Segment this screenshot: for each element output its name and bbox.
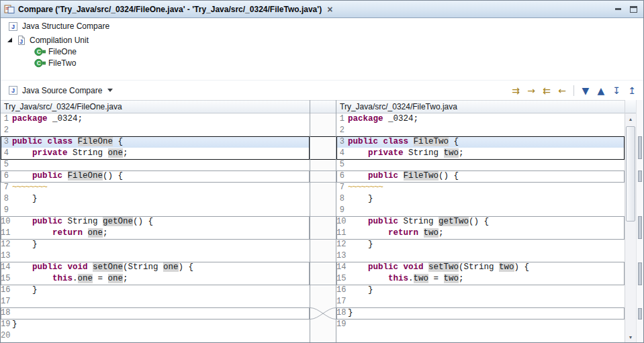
code-line[interactable]: 14 public void setOne(String one) {	[1, 262, 310, 273]
code-line[interactable]: 15 this.two = two;	[336, 273, 625, 285]
code-area-left[interactable]: 1package _0324;23public class FileOne {4…	[1, 113, 310, 342]
code-line[interactable]: 5	[336, 159, 625, 170]
tree-item-label: Compilation Unit	[30, 36, 89, 45]
code-line[interactable]: 6 public FileTwo() {	[336, 170, 625, 182]
tree-item-compilation-unit[interactable]: JCompilation Unit	[1, 34, 643, 46]
code-line[interactable]: 17	[336, 296, 625, 307]
line-number: 9	[336, 205, 348, 216]
code-line[interactable]: 2	[336, 125, 625, 136]
code-token	[398, 171, 404, 181]
code-token	[12, 171, 32, 181]
keyword-token: private	[32, 148, 68, 158]
whitespace-warning-squiggle: ~~~~~~~~	[12, 183, 47, 192]
changed-token: getOne	[103, 217, 133, 226]
next-difference-button[interactable]: ▼	[578, 83, 593, 98]
copy-current-right-to-left-button[interactable]: ←	[555, 83, 569, 98]
next-change-button[interactable]: ↧	[609, 83, 624, 98]
code-line[interactable]: 7~~~~~~~~	[336, 182, 625, 193]
right-file-path: Try_Java/src/_0324/FileTwo.java	[340, 102, 457, 111]
maximize-view-button[interactable]	[627, 4, 639, 15]
code-token: (String	[459, 262, 499, 272]
copy-all-right-to-left-button[interactable]: ⇇	[539, 83, 554, 98]
tree-item-label: FileTwo	[48, 58, 76, 68]
code-area-right[interactable]: 1package _0324;23public class FileTwo {4…	[336, 113, 625, 342]
line-number: 2	[336, 125, 348, 136]
copy-current-left-to-right-button[interactable]: →	[524, 83, 539, 98]
code-line[interactable]: 8 }	[1, 193, 310, 205]
line-number: 10	[336, 216, 348, 228]
line-number: 4	[1, 148, 12, 159]
overview-ruler[interactable]	[636, 100, 643, 342]
previous-difference-button[interactable]: ▲	[594, 83, 608, 98]
minimize-view-button[interactable]	[612, 4, 624, 15]
code-line[interactable]: 4 private String one;	[1, 148, 310, 159]
code-line[interactable]: 11 return one;	[1, 228, 310, 239]
tree-expander-icon[interactable]	[7, 38, 12, 42]
class-icon: C	[34, 58, 46, 68]
code-line[interactable]: 18	[1, 307, 310, 319]
code-token: String	[404, 148, 444, 158]
code-line[interactable]: 10 public String getOne() {	[1, 216, 310, 228]
tree-item-filetwo[interactable]: CFileTwo	[1, 57, 643, 68]
previous-change-button[interactable]: ↥	[625, 83, 639, 98]
copy-all-left-to-right-button[interactable]: ⇉	[508, 83, 523, 98]
diff-connector-gutter[interactable]	[310, 100, 336, 342]
keyword-token: public	[32, 217, 62, 226]
keyword-token: public	[368, 217, 398, 226]
code-line[interactable]: 20	[1, 330, 310, 342]
code-line[interactable]: 19	[336, 319, 625, 330]
line-number: 5	[1, 159, 12, 170]
overview-diff-annotation[interactable]	[638, 262, 642, 285]
code-line[interactable]: 1package _0324;	[336, 113, 625, 125]
code-line[interactable]: 18}	[336, 307, 625, 319]
tree-item-fileone[interactable]: CFileOne	[1, 46, 643, 57]
code-line[interactable]: 19}	[1, 319, 310, 330]
code-line[interactable]: 16 }	[1, 285, 310, 296]
svg-text:J: J	[19, 38, 23, 44]
code-line[interactable]: 15 this.one = one;	[1, 273, 310, 285]
code-line[interactable]: 3public class FileOne {	[1, 136, 310, 148]
code-line[interactable]: 6 public FileOne() {	[1, 170, 310, 182]
code-line[interactable]: 12 }	[1, 239, 310, 250]
line-number: 12	[336, 239, 348, 250]
gutter-header-spacer	[310, 100, 336, 113]
code-token	[408, 137, 414, 146]
keyword-token: package	[348, 114, 383, 124]
code-line[interactable]: 10 public String getTwo() {	[336, 216, 625, 228]
line-number: 9	[1, 205, 12, 216]
scroll-up-icon[interactable]: ▲	[625, 113, 636, 124]
overview-diff-annotation[interactable]	[638, 136, 642, 159]
code-line[interactable]: 9	[336, 205, 625, 216]
source-compare-menu-caret-icon[interactable]	[107, 89, 113, 92]
code-line[interactable]: 1package _0324;	[1, 113, 310, 125]
overview-diff-annotation[interactable]	[638, 216, 642, 239]
left-pane-header: Try_Java/src/_0324/FileOne.java	[1, 100, 310, 113]
code-line[interactable]: 2	[1, 125, 310, 136]
scrollbar-track[interactable]	[625, 124, 636, 332]
code-line[interactable]: 12 }	[336, 239, 625, 250]
code-line[interactable]: 17	[1, 296, 310, 307]
changed-token: setOne	[93, 262, 123, 272]
code-line[interactable]: 13	[336, 250, 625, 262]
keyword-token: package	[12, 114, 48, 124]
scroll-down-icon[interactable]: ▼	[625, 332, 636, 342]
code-line[interactable]: 7~~~~~~~~	[1, 182, 310, 193]
code-line[interactable]: 13	[1, 250, 310, 262]
vertical-scrollbar[interactable]: ▲ ▼	[625, 100, 636, 342]
code-line[interactable]: 4 private String two;	[336, 148, 625, 159]
tab-close-icon[interactable]: ×	[325, 5, 334, 14]
code-token: (String	[123, 262, 163, 272]
overview-diff-annotation[interactable]	[638, 170, 642, 182]
code-line[interactable]: 5	[1, 159, 310, 170]
code-line[interactable]: 8 }	[336, 193, 625, 205]
code-line[interactable]: 16 }	[336, 285, 625, 296]
code-line[interactable]: 11 return two;	[336, 228, 625, 239]
code-line[interactable]: 3public class FileTwo {	[336, 136, 625, 148]
line-number: 8	[1, 193, 12, 205]
code-line[interactable]: 14 public void setTwo(String two) {	[336, 262, 625, 273]
scrollbar-thumb[interactable]	[626, 126, 635, 222]
svg-text:J: J	[11, 23, 15, 30]
editor-tab-title[interactable]: Compare ('Try_Java/src/_0324/FileOne.jav…	[18, 5, 322, 14]
code-line[interactable]: 9	[1, 205, 310, 216]
overview-diff-annotation[interactable]	[638, 308, 642, 320]
